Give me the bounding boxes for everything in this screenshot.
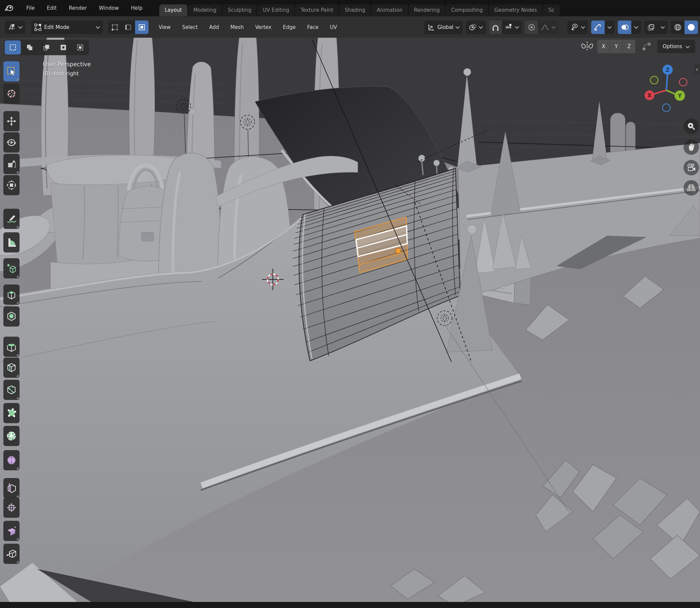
overlays-settings-dropdown[interactable]	[631, 21, 641, 34]
mirror-icon[interactable]	[581, 41, 594, 52]
tool-shrink-fatten[interactable]	[3, 498, 20, 518]
vertex-select-mode-button[interactable]	[108, 21, 122, 34]
tool-annotate[interactable]	[3, 209, 20, 229]
xray-toggle[interactable]	[644, 21, 658, 34]
show-overlays-toggle[interactable]	[618, 21, 631, 34]
mirror-z-button[interactable]: Z	[623, 40, 635, 53]
tool-poly-build[interactable]	[3, 403, 20, 423]
tab-shading[interactable]: Shading	[339, 4, 371, 16]
edge-slide-icon	[6, 483, 17, 494]
zoom-button[interactable]	[683, 118, 699, 134]
mirror-y-button[interactable]: Y	[610, 40, 623, 53]
menu-file[interactable]: File	[22, 4, 39, 13]
tool-scale[interactable]	[3, 154, 20, 174]
menu-vertex[interactable]: Vertex	[255, 24, 271, 30]
shading-settings-dropdown[interactable]	[658, 21, 668, 34]
falloff-curve-icon	[541, 23, 549, 31]
proportional-falloff-dropdown[interactable]	[538, 21, 558, 34]
tool-measure[interactable]	[3, 232, 20, 252]
tab-rendering[interactable]: Rendering	[409, 4, 445, 16]
options-dropdown[interactable]: Options	[657, 40, 695, 53]
tool-loop-cut[interactable]	[3, 358, 20, 378]
pan-button[interactable]	[683, 139, 699, 155]
snap-increment-icon	[504, 23, 513, 31]
tab-animation[interactable]: Animation	[371, 4, 408, 16]
select-invert-button[interactable]	[55, 40, 71, 55]
extrude-icon	[6, 289, 17, 300]
tool-inset-faces[interactable]	[3, 306, 20, 326]
gizmo-neg-x-axis[interactable]	[679, 78, 687, 86]
select-extend-button[interactable]	[22, 40, 38, 55]
transform-orientation-dropdown[interactable]: Global	[424, 21, 462, 34]
snap-settings-dropdown[interactable]	[502, 21, 522, 34]
gizmo-settings-dropdown[interactable]	[605, 21, 614, 34]
proportional-editing-button[interactable]	[525, 21, 538, 34]
tool-bevel[interactable]	[3, 337, 20, 357]
wireframe-shading-button[interactable]	[671, 21, 684, 34]
snap-toggle-button[interactable]	[489, 21, 502, 34]
menu-edge[interactable]: Edge	[283, 24, 296, 30]
menu-face[interactable]: Face	[307, 24, 318, 30]
menu-mesh[interactable]: Mesh	[231, 24, 244, 30]
tab-uv-editing[interactable]: UV Editing	[257, 4, 294, 16]
navigation-gizmo[interactable]: Z X Y	[639, 63, 693, 117]
menu-window[interactable]: Window	[94, 4, 124, 13]
select-subtract-button[interactable]	[38, 40, 55, 55]
tool-shear[interactable]	[3, 521, 20, 541]
menu-help[interactable]: Help	[126, 4, 147, 13]
orientation-axes-icon	[427, 23, 435, 31]
menu-add[interactable]: Add	[209, 24, 219, 30]
tab-texture-paint[interactable]: Texture Paint	[295, 4, 338, 16]
toolbar	[3, 61, 23, 566]
gizmo-neg-z-axis[interactable]	[663, 104, 670, 112]
select-set-button[interactable]	[5, 40, 21, 55]
tab-sculpting[interactable]: Sculpting	[222, 4, 257, 16]
orthographic-toggle-button[interactable]	[683, 180, 699, 195]
viewport-canvas[interactable]	[0, 38, 700, 602]
tool-rip-region[interactable]	[3, 544, 20, 564]
menu-select[interactable]: Select	[182, 24, 198, 30]
tool-spin[interactable]	[3, 426, 20, 446]
tab-layout[interactable]: Layout	[159, 4, 187, 16]
menu-edit[interactable]: Edit	[42, 4, 61, 13]
scale-icon	[6, 159, 17, 169]
selected-vertex-dot[interactable]	[395, 248, 401, 253]
select-mode-group	[108, 21, 149, 34]
tool-knife[interactable]	[3, 380, 20, 400]
blender-logo-icon[interactable]	[4, 3, 14, 13]
tool-select-box[interactable]	[3, 61, 20, 81]
menu-render[interactable]: Render	[64, 4, 91, 13]
tab-modeling[interactable]: Modeling	[188, 4, 222, 16]
show-gizmo-dropdown[interactable]	[567, 21, 588, 34]
viewport-3d[interactable]: X Y Z Options User Perspective (0) door …	[0, 38, 700, 602]
show-gizmos-toggle[interactable]	[591, 21, 605, 34]
tool-rotate[interactable]	[3, 132, 20, 152]
tool-smooth[interactable]	[3, 450, 20, 470]
select-intersect-button[interactable]	[72, 40, 88, 55]
measure-icon	[6, 238, 17, 247]
gizmo-neg-y-axis[interactable]	[650, 76, 658, 84]
tab-geometry-nodes[interactable]: Geometry Nodes	[489, 4, 542, 16]
camera-view-button[interactable]	[683, 160, 699, 175]
tool-move[interactable]	[3, 111, 20, 131]
tool-transform[interactable]	[3, 175, 20, 195]
face-select-mode-button[interactable]	[135, 21, 149, 34]
menu-view[interactable]: View	[159, 24, 171, 30]
editor-type-button[interactable]	[5, 21, 25, 34]
solid-shading-button[interactable]	[684, 21, 698, 34]
edge-select-mode-button[interactable]	[122, 21, 135, 34]
tool-add-cube[interactable]	[3, 258, 20, 279]
mode-dropdown[interactable]: Edit Mode	[31, 21, 103, 34]
sidebar-toggle[interactable]: ‹	[694, 64, 700, 74]
spin-icon	[6, 431, 17, 441]
mirror-x-button[interactable]: X	[597, 40, 610, 53]
snap-falloff-button[interactable]	[639, 40, 654, 53]
tool-edge-slide[interactable]	[3, 478, 20, 498]
tool-extrude-region[interactable]	[3, 284, 20, 305]
tab-compositing[interactable]: Compositing	[446, 4, 488, 16]
tool-cursor[interactable]	[3, 83, 20, 104]
menu-uv[interactable]: UV	[330, 24, 337, 30]
pivot-point-dropdown[interactable]	[466, 21, 486, 34]
cursor-tool-icon	[6, 89, 17, 99]
tab-scripting[interactable]: Sc	[543, 4, 560, 16]
